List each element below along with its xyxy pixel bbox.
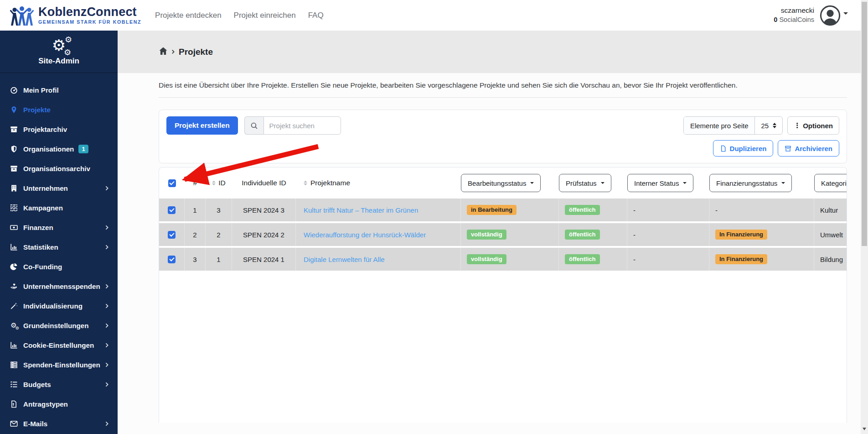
project-name-link[interactable]: Digitale Lernwelten für Alle <box>296 248 461 271</box>
cell-interner-status: - <box>627 199 709 221</box>
sidebar-item-unternehmensspenden[interactable]: Unternehmensspenden <box>0 277 118 296</box>
sidebar-item-projektarchiv[interactable]: Projektarchiv <box>0 120 118 139</box>
filter-kategorie[interactable]: Kategorie <box>814 174 847 192</box>
breadcrumb: Projekte <box>118 31 861 73</box>
chevron-right-icon <box>104 382 109 387</box>
caret-down-icon <box>601 182 604 184</box>
doc-icon <box>9 400 19 408</box>
sidebar-item-finanzen[interactable]: Finanzen <box>0 218 118 237</box>
sidebar-item-budgets[interactable]: Budgets <box>0 375 118 394</box>
home-icon[interactable] <box>159 47 168 58</box>
sidebar-item-kampagnen[interactable]: Kampagnen <box>0 198 118 218</box>
sidebar-item-e-mails[interactable]: E-Mails <box>0 414 118 434</box>
page-title: Projekte <box>179 47 213 57</box>
filter-bearbeitungsstatus[interactable]: Bearbeitungsstatus <box>461 174 541 192</box>
grid-icon <box>9 204 19 212</box>
chevron-right-icon <box>170 49 176 54</box>
archive-icon <box>785 145 791 152</box>
project-name-link[interactable]: Kultur trifft Natur – Theater im Grünen <box>296 199 461 221</box>
sort-icon[interactable] <box>304 181 307 185</box>
filter-interner-status[interactable]: Interner Status <box>627 174 693 192</box>
row-number: 1 <box>185 199 206 221</box>
sidebar-item-mein-profil[interactable]: Mein Profil <box>0 80 118 100</box>
sidebar-item-organisationen[interactable]: Organisationen1 <box>0 139 118 159</box>
sidebar-item-organisationsarchiv[interactable]: Organisationsarchiv <box>0 159 118 178</box>
cell-pruefstatus: öffentlich <box>559 199 627 221</box>
cell-interner-status: - <box>627 248 709 271</box>
table-header: # ID Individuelle ID Projektname Bearbei… <box>159 167 847 199</box>
sidebar-item-statistiken[interactable]: Statistiken <box>0 237 118 257</box>
sidebar-item-antragstypen[interactable]: Antragstypen <box>0 394 118 414</box>
search-input[interactable] <box>264 116 341 135</box>
avatar-icon[interactable] <box>820 5 841 26</box>
admin-sidebar: ⚙⚙⚙ Site-Admin Mein ProfilProjekteProjek… <box>0 31 118 434</box>
sidebar-item-label: Individualisierung <box>23 302 83 310</box>
row-checkbox[interactable] <box>168 231 176 239</box>
sidebar-item-grundeinstellungen[interactable]: ⚙⚙Grundeinstellungen <box>0 316 118 335</box>
sidebar-item-spenden-einstellungen[interactable]: Spenden-Einstellungen <box>0 355 118 375</box>
chevron-right-icon <box>104 186 109 191</box>
table-row: 31SPEN 2024 1Digitale Lernwelten für All… <box>159 248 847 271</box>
status-empty: - <box>633 231 636 239</box>
cell-kategorie: Bildung <box>814 248 847 271</box>
gears-icon: ⚙⚙ <box>9 322 19 329</box>
items-per-page: Elemente pro Seite 25 <box>683 116 783 135</box>
select-all-checkbox[interactable] <box>168 179 176 187</box>
chevron-right-icon <box>104 343 109 348</box>
row-checkbox[interactable] <box>168 256 176 263</box>
scrollbar-down-arrow[interactable] <box>863 428 866 430</box>
sort-icon[interactable] <box>212 181 216 185</box>
row-id: 3 <box>206 199 232 221</box>
status-empty: - <box>633 206 636 214</box>
row-individual-id: SPEN 2024 3 <box>232 199 296 221</box>
socialcoins: 0 SocialCoins <box>774 16 814 25</box>
sidebar-item-label: Unternehmensspenden <box>23 282 100 290</box>
page-description: Dies ist eine Übersicht über Ihre Projek… <box>159 81 847 89</box>
status-empty: - <box>633 256 636 263</box>
table-row: 22SPEN 2024 2Wiederaufforstung der Hunsr… <box>159 223 847 246</box>
site-admin-header: ⚙⚙⚙ Site-Admin <box>0 31 118 73</box>
sidebar-item-cookie-einstellungen[interactable]: Cookie-Einstellungen <box>0 335 118 355</box>
chevron-right-icon <box>104 362 109 367</box>
sidebar-item-label: Cookie-Einstellungen <box>23 341 94 349</box>
user-menu[interactable]: sczarnecki 0 SocialCoins <box>774 5 848 26</box>
options-button[interactable]: ⋮ Optionen <box>787 116 839 135</box>
row-id: 2 <box>206 223 232 246</box>
toolbar-card: Projekt erstellen Elemente pro Seite 25 <box>159 110 847 163</box>
filter-finanzierungsstatus[interactable]: Finanzierungsstatus <box>709 174 792 192</box>
sidebar-item-label: Antragstypen <box>23 400 68 408</box>
archive-button[interactable]: Archivieren <box>778 140 839 157</box>
create-project-button[interactable]: Projekt erstellen <box>166 116 238 135</box>
sidebar-item-projekte[interactable]: Projekte <box>0 100 118 120</box>
col-project-name[interactable]: Projektname <box>310 179 350 187</box>
col-individual-id[interactable]: Individuelle ID <box>242 179 286 187</box>
sidebar-item-co-funding[interactable]: Co-Funding <box>0 257 118 277</box>
sidebar-item-unternehmen[interactable]: Unternehmen <box>0 178 118 198</box>
per-page-select[interactable]: 25 <box>755 117 782 134</box>
filter-pruefstatus[interactable]: Prüfstatus <box>559 174 611 192</box>
scrollbar-thumb[interactable] <box>862 2 867 246</box>
sidebar-item-label: Kampagnen <box>23 204 63 212</box>
chevron-right-icon <box>104 323 109 328</box>
window-scrollbar[interactable] <box>861 0 868 434</box>
col-num[interactable]: # <box>193 179 197 187</box>
wand-icon <box>9 302 19 310</box>
nav-link-faq[interactable]: FAQ <box>308 11 324 20</box>
nav-link-submit[interactable]: Projekt einreichen <box>234 11 296 20</box>
status-badge: In Finanzierung <box>715 230 767 240</box>
top-navbar: KoblenzConnect GEMEINSAM STARK FÜR KOBLE… <box>0 0 861 31</box>
col-id[interactable]: ID <box>218 179 226 187</box>
row-checkbox[interactable] <box>168 206 176 214</box>
chevron-right-icon <box>104 284 109 289</box>
sidebar-item-individualisierung[interactable]: Individualisierung <box>0 296 118 316</box>
duplicate-button[interactable]: Duplizieren <box>713 140 774 157</box>
brand-title: KoblenzConnect <box>38 6 141 18</box>
nav-link-discover[interactable]: Projekte entdecken <box>155 11 222 20</box>
brand-logo[interactable]: KoblenzConnect GEMEINSAM STARK FÜR KOBLE… <box>10 5 141 26</box>
project-search <box>244 116 341 135</box>
pin-icon <box>9 106 19 114</box>
shield-icon <box>9 145 19 153</box>
cell-pruefstatus: öffentlich <box>559 248 627 271</box>
sidebar-item-label: Projektarchiv <box>23 125 67 133</box>
project-name-link[interactable]: Wiederaufforstung der Hunsrück-Wälder <box>296 223 461 246</box>
